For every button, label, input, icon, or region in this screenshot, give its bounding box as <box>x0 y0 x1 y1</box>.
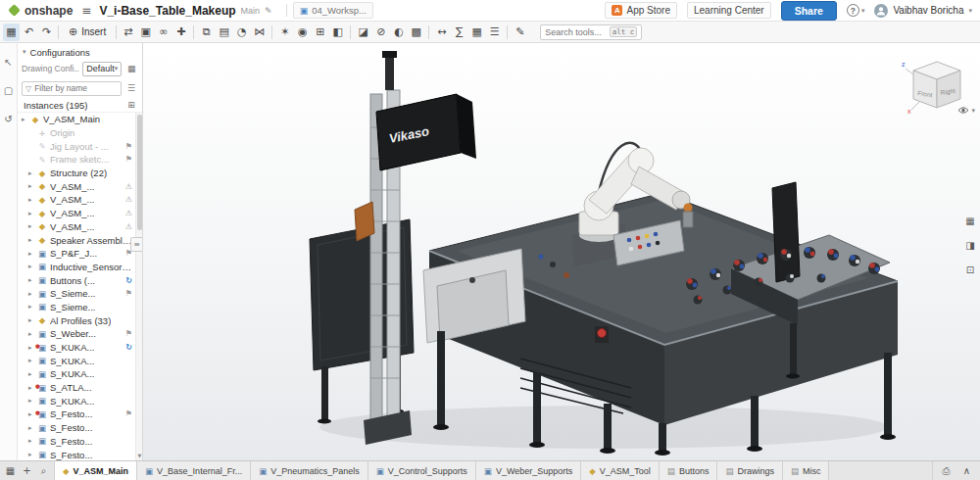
document-tab[interactable]: V_Pneumatics_Panels <box>251 461 368 480</box>
tree-caret-icon[interactable] <box>22 116 29 123</box>
hide-show-icon[interactable]: ⊘ <box>372 24 389 41</box>
collapse-tabbar-icon[interactable]: ∧ <box>959 463 974 478</box>
onshape-logo-text[interactable]: onshape <box>24 4 73 18</box>
tree-caret-icon[interactable] <box>28 330 36 338</box>
mirror-icon[interactable]: ⋈ <box>251 24 268 41</box>
document-tab[interactable]: Drawings <box>717 461 783 480</box>
explode-icon[interactable]: ✶ <box>276 24 293 41</box>
tree-caret-icon[interactable] <box>28 250 36 258</box>
search-tabs-icon[interactable]: ⌕ <box>36 463 51 478</box>
tree-item[interactable]: V_ASM_... <box>18 179 135 193</box>
scroll-down-icon[interactable]: ▼ <box>136 453 143 460</box>
tree-caret-icon[interactable] <box>28 182 36 190</box>
panel-flyout-handle[interactable]: ≡ <box>130 237 143 252</box>
display-states-icon[interactable]: ◧ <box>329 24 346 41</box>
bom-table-icon[interactable]: ▦ <box>468 24 485 41</box>
tree-caret-icon[interactable] <box>28 424 36 432</box>
circular-pattern-icon[interactable]: ◔ <box>233 24 250 41</box>
tree-caret-icon[interactable] <box>28 210 36 217</box>
tree-item[interactable]: S_KUKA... <box>18 354 135 367</box>
tree-item[interactable]: Frame sketc... <box>18 153 135 167</box>
tree-caret-icon[interactable] <box>28 316 36 324</box>
tree-item[interactable]: S_Festo... <box>18 435 135 449</box>
document-menu-icon[interactable]: ≡ <box>81 4 91 18</box>
onshape-logo-icon[interactable] <box>8 4 21 17</box>
tree-item[interactable]: V_ASM_... <box>18 220 135 234</box>
tree-caret-icon[interactable] <box>28 196 36 204</box>
right-dock-config-icon[interactable]: ⊡ <box>963 263 977 276</box>
document-tab[interactable]: V_ASM_Main <box>55 461 137 480</box>
tree-caret-icon[interactable] <box>28 290 36 298</box>
document-tab[interactable]: V_Base_Internal_Fr... <box>137 461 251 480</box>
document-tab[interactable]: V_Weber_Supports <box>476 461 581 480</box>
user-menu[interactable]: Vaibhav Boricha ▾ <box>874 4 972 18</box>
document-tab[interactable]: V_Control_Supports <box>368 461 476 480</box>
share-button[interactable]: Share <box>781 1 837 21</box>
tree-item[interactable]: S_ATLA... <box>18 381 135 395</box>
tree-caret-icon[interactable] <box>28 303 36 311</box>
tree-item[interactable]: S_Sieme... <box>18 287 135 301</box>
tree-item[interactable]: Jig Layout - ... <box>18 139 135 153</box>
tree-item[interactable]: S_KUKA... <box>18 394 135 408</box>
linear-pattern-icon[interactable]: ▤ <box>216 24 232 41</box>
workspace-branch-label[interactable]: Main <box>241 6 261 16</box>
mate-icon[interactable]: ⇄ <box>120 24 136 41</box>
learning-center-button[interactable]: Learning Center <box>687 2 771 19</box>
tree-item[interactable]: S_Festo... <box>18 408 135 421</box>
replicate-icon[interactable]: ⧉ <box>198 24 215 41</box>
panel-toggle-icon[interactable]: ▦ <box>3 24 20 41</box>
tree-item[interactable]: S_P&F_J... <box>18 247 135 261</box>
pointer-icon[interactable]: ↖ <box>2 55 16 69</box>
app-store-button[interactable]: A App Store <box>605 2 676 19</box>
tree-item[interactable]: S_Weber... <box>18 327 135 341</box>
folder-breadcrumb[interactable]: ▣ 04_Worksp... <box>293 2 373 19</box>
filter-by-name-input[interactable] <box>34 83 118 93</box>
mate-connector-icon[interactable]: ✚ <box>172 24 189 41</box>
tree-item[interactable]: V_ASM_Main <box>18 113 135 126</box>
tree-caret-icon[interactable] <box>28 397 36 405</box>
help-menu[interactable]: ? ▾ <box>847 4 865 17</box>
tree-item[interactable]: S_Festo... <box>18 448 135 460</box>
history-icon[interactable]: ↺ <box>2 112 16 125</box>
snapshot-icon[interactable]: ◉ <box>294 24 311 41</box>
tree-scrollbar[interactable]: ▼ <box>135 113 142 460</box>
tree-caret-icon[interactable] <box>28 357 36 364</box>
insert-button[interactable]: ⊕ Insert <box>62 24 113 41</box>
tree-caret-icon[interactable] <box>28 169 36 177</box>
config-table-icon[interactable]: ▦ <box>124 62 138 75</box>
tree-item[interactable]: V_ASM_... <box>18 207 135 220</box>
document-title[interactable]: V_i-Base_Table_Makeup <box>99 4 235 18</box>
tab-manager-icon[interactable]: ▦ <box>3 463 18 478</box>
tree-item[interactable]: Origin <box>18 126 135 140</box>
section-view-icon[interactable]: ◪ <box>355 24 371 41</box>
undo-icon[interactable]: ↶ <box>21 24 37 41</box>
tree-caret-icon[interactable] <box>28 222 36 230</box>
measure-icon[interactable]: ↔ <box>433 24 450 41</box>
document-tab[interactable]: Buttons <box>660 461 718 480</box>
list-view-options-icon[interactable]: ☰ <box>124 81 138 95</box>
tree-caret-icon[interactable] <box>28 236 36 244</box>
create-drawing-icon[interactable]: ✎ <box>512 24 528 41</box>
tree-item[interactable]: Speaker Assemblie... <box>18 233 135 247</box>
tree-item[interactable]: Al Profiles (33) <box>18 313 135 327</box>
viewport-scene[interactable]: Vikaso <box>143 43 980 460</box>
structure-list-icon[interactable]: ☰ <box>486 24 503 41</box>
tree-item[interactable]: Structure (22) <box>18 167 135 180</box>
tree-item[interactable]: S_KUKA... <box>18 367 135 381</box>
tree-caret-icon[interactable] <box>28 437 36 445</box>
document-tab[interactable]: V_ASM_Tool <box>581 461 660 480</box>
appearance-icon[interactable]: ◐ <box>390 24 407 41</box>
tree-caret-icon[interactable] <box>28 370 36 378</box>
tree-item[interactable]: S_Festo... <box>18 421 135 435</box>
tree-item[interactable]: S_KUKA... <box>18 341 135 355</box>
comments-icon[interactable]: ▢ <box>2 83 16 97</box>
tree-caret-icon[interactable] <box>28 451 36 458</box>
print-icon[interactable]: ⎙ <box>939 463 954 478</box>
tree-item[interactable]: Buttons (... <box>18 273 135 287</box>
mass-properties-icon[interactable]: ∑ <box>451 24 467 41</box>
view-options-button[interactable]: ▾ <box>957 106 975 115</box>
mate-relation-icon[interactable]: ∞ <box>155 24 172 41</box>
group-icon[interactable]: ▣ <box>137 24 154 41</box>
tree-caret-icon[interactable] <box>28 276 36 284</box>
open-instances-panel-icon[interactable]: ⊞ <box>124 98 138 112</box>
